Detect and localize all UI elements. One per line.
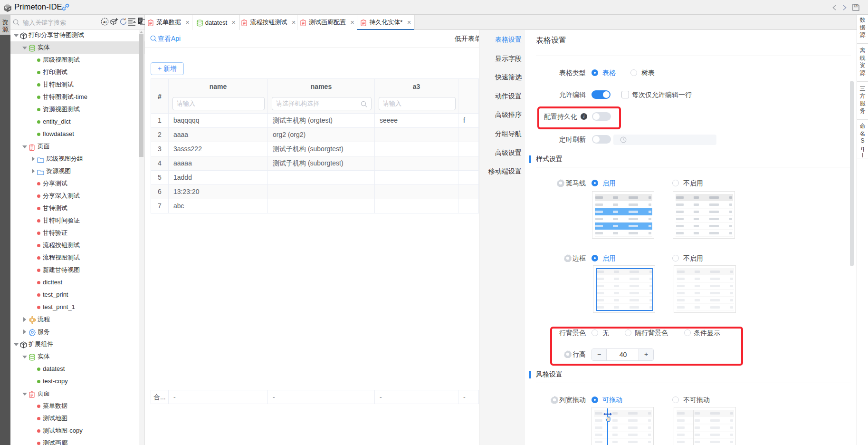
svg-text:AI: AI [103, 20, 107, 24]
svg-text:i: i [583, 114, 585, 119]
